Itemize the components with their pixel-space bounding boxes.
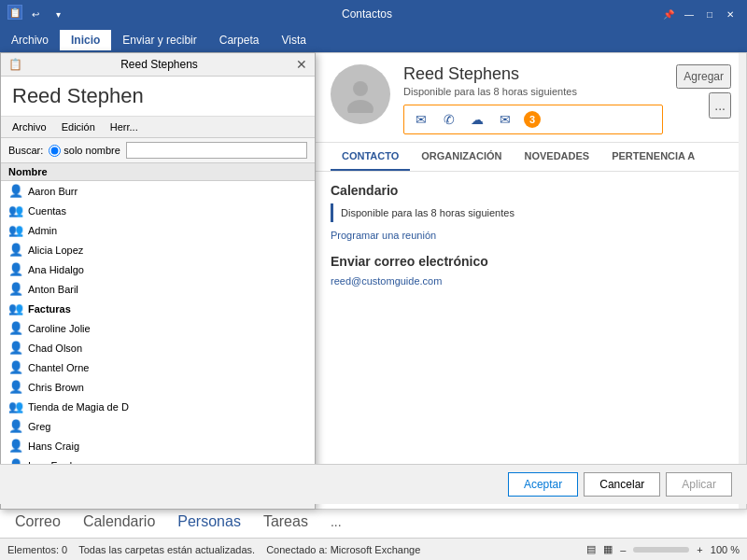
contact-name: Caroline Jolie xyxy=(28,323,91,334)
status-view-icon2[interactable]: ▦ xyxy=(603,543,613,555)
contact-name: Chantel Orne xyxy=(28,362,89,373)
email-icon[interactable]: ✉ xyxy=(408,107,434,132)
person-icon: 👤 xyxy=(8,184,23,198)
group-icon: 👥 xyxy=(8,203,23,217)
email-section: Enviar correo electrónico reed@customgui… xyxy=(331,254,731,287)
list-item[interactable]: 👤 Chantel Orne xyxy=(1,357,315,377)
pin-icon[interactable]: 📌 xyxy=(659,5,678,23)
cp-action-buttons: ✉ ✆ ☁ ✉ 3 xyxy=(403,105,663,134)
contact-name: Anton Baril xyxy=(28,284,78,295)
zoom-minus[interactable]: – xyxy=(620,544,626,555)
undo-btn[interactable]: ↩ xyxy=(26,5,45,23)
aceptar-btn[interactable]: Aceptar xyxy=(508,472,578,497)
more-options-btn[interactable]: ... xyxy=(709,92,731,119)
ribbon-tab-inicio[interactable]: Inicio xyxy=(60,30,111,50)
list-item[interactable]: 👥 Tienda de Magia de D xyxy=(1,397,315,416)
address-book-window: 📋 Reed Stephens ✕ Reed Stephen Archivo E… xyxy=(0,52,316,510)
cp-header: Reed Stephens Disponible para las 8 hora… xyxy=(316,53,746,143)
cancelar-btn[interactable]: Cancelar xyxy=(584,472,660,497)
cp-header-right: Agregar ... xyxy=(676,64,731,119)
avatar-icon xyxy=(342,76,379,113)
mail-icon[interactable]: ✉ xyxy=(492,107,518,132)
list-item[interactable]: 👤 Hans Craig xyxy=(1,436,315,455)
list-item[interactable]: 👤 Alicia Lopez xyxy=(1,240,315,259)
ab-toolbar-edicion[interactable]: Edición xyxy=(56,119,101,134)
close-btn[interactable]: ✕ xyxy=(721,5,740,23)
cp-contact-name: Reed Stephens xyxy=(403,64,663,84)
person-icon: 👤 xyxy=(8,380,23,394)
person-icon: 👤 xyxy=(8,439,23,453)
cp-content: Calendario Disponible para las 8 horas s… xyxy=(316,172,746,509)
nav-more-btn[interactable]: ... xyxy=(331,514,342,529)
ab-heading: Reed Stephen xyxy=(1,77,315,117)
tab-organizacion[interactable]: ORGANIZACIÓN xyxy=(410,143,513,171)
ribbon-tab-archivo[interactable]: Archivo xyxy=(0,30,60,50)
window-controls[interactable]: 📌 — □ ✕ xyxy=(659,5,740,23)
dropdown-btn[interactable]: ▾ xyxy=(49,5,67,23)
ab-contact-list: 👤 Aaron Burr 👥 Cuentas 👥 Admin 👤 Alicia … xyxy=(1,181,315,470)
nav-personas[interactable]: Personas xyxy=(177,513,241,530)
zoom-plus[interactable]: + xyxy=(697,544,702,555)
phone-icon[interactable]: ✆ xyxy=(436,107,462,132)
list-item[interactable]: 👤 Ana Hidalgo xyxy=(1,259,315,279)
nav-calendario[interactable]: Calendario xyxy=(83,513,155,530)
ribbon-tab-vista[interactable]: Vista xyxy=(270,30,317,50)
list-item[interactable]: 👤 Anton Baril xyxy=(1,279,315,299)
ab-close-btn[interactable]: ✕ xyxy=(296,57,307,72)
tab-contacto[interactable]: CONTACTO xyxy=(331,143,410,171)
ribbon: Archivo Inicio Enviar y recibir Carpeta … xyxy=(0,28,747,52)
badge-number-3: 3 xyxy=(524,111,541,128)
meeting-link[interactable]: Programar una reunión xyxy=(331,230,731,241)
zoom-slider[interactable] xyxy=(633,547,689,553)
maximize-btn[interactable]: □ xyxy=(700,5,719,23)
window-title: Contactos xyxy=(75,7,659,21)
contact-name: Facturas xyxy=(28,303,71,315)
list-item[interactable]: 👤 Caroline Jolie xyxy=(1,318,315,338)
nav-correo[interactable]: Correo xyxy=(15,513,61,530)
list-item[interactable]: 👥 Admin xyxy=(1,220,315,240)
zoom-level: 100 % xyxy=(711,544,740,555)
email-section-title: Enviar correo electrónico xyxy=(331,254,731,269)
ab-search-label: Buscar: xyxy=(8,145,43,156)
ab-search-input[interactable] xyxy=(126,142,307,159)
aplicar-btn[interactable]: Aplicar xyxy=(666,472,732,497)
status-bar: Elementos: 0 Todas las carpetas están ac… xyxy=(0,538,747,560)
contact-name: Alicia Lopez xyxy=(28,245,83,256)
ab-toolbar-archivo[interactable]: Archivo xyxy=(7,119,52,134)
ab-radio-input[interactable] xyxy=(49,145,61,157)
contact-detail-panel: Reed Stephens Disponible para las 8 hora… xyxy=(316,52,747,510)
group-icon: 👥 xyxy=(8,301,23,315)
status-sync: Todas las carpetas están actualizadas. xyxy=(78,544,255,555)
minimize-btn[interactable]: — xyxy=(680,5,698,23)
list-item[interactable]: 👤 Chad Olson xyxy=(1,338,315,357)
quick-access-toolbar[interactable]: 📋 ↩ ▾ xyxy=(7,5,67,23)
tab-pertenencia[interactable]: PERTENENCIA A xyxy=(600,143,706,171)
add-contact-btn[interactable]: Agregar xyxy=(676,64,731,89)
list-item[interactable]: 👤 Aaron Burr xyxy=(1,181,315,201)
list-item[interactable]: 👤 Chris Brown xyxy=(1,377,315,397)
ab-search-radio[interactable]: solo nombre xyxy=(49,145,120,157)
calendar-icon[interactable]: ☁ xyxy=(464,107,490,132)
group-icon: 👥 xyxy=(8,223,23,237)
contact-name: Admin xyxy=(28,225,57,236)
email-link[interactable]: reed@customguide.com xyxy=(331,275,442,287)
nav-tareas[interactable]: Tareas xyxy=(263,513,308,530)
cp-tabs: CONTACTO ORGANIZACIÓN NOVEDADES PERTENEN… xyxy=(316,143,746,172)
list-item[interactable]: 👤 Greg xyxy=(1,416,315,436)
ab-search-bar: Buscar: solo nombre xyxy=(1,138,315,163)
status-elements: Elementos: 0 xyxy=(7,544,67,555)
list-item[interactable]: 👥 Facturas xyxy=(1,299,315,318)
ab-toolbar-herr[interactable]: Herr... xyxy=(105,119,144,134)
status-view-icon[interactable]: ▤ xyxy=(586,543,596,555)
app-icon: 📋 xyxy=(7,5,22,20)
ab-title-text: Reed Stephens xyxy=(120,58,198,71)
list-item[interactable]: 👥 Cuentas xyxy=(1,201,315,220)
ab-title-icon: 📋 xyxy=(8,58,22,71)
svg-point-0 xyxy=(353,81,368,96)
ab-list-header: Nombre xyxy=(1,163,315,181)
title-bar: 📋 ↩ ▾ Contactos 📌 — □ ✕ xyxy=(0,0,747,28)
modal-dialog: Aceptar Cancelar Aplicar xyxy=(0,464,747,504)
ribbon-tab-enviar[interactable]: Enviar y recibir xyxy=(111,30,207,50)
tab-novedades[interactable]: NOVEDADES xyxy=(513,143,600,171)
ribbon-tab-carpeta[interactable]: Carpeta xyxy=(208,30,271,50)
